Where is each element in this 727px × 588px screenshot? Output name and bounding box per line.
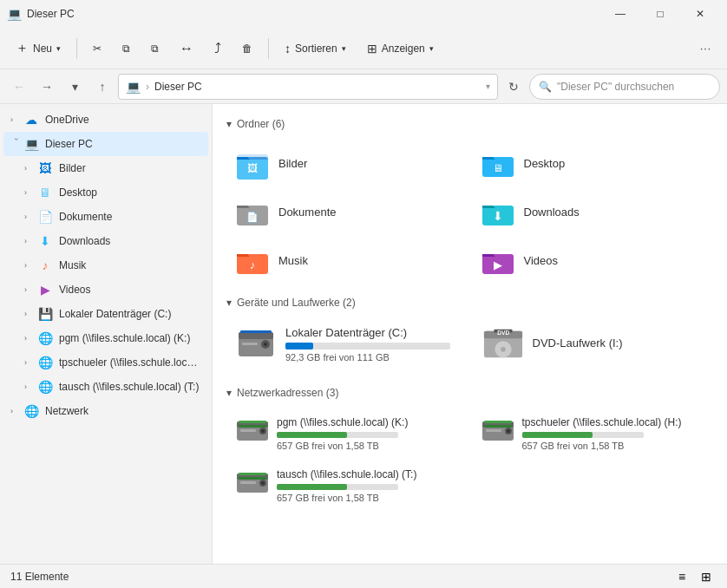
address-bar: ← → ▾ ↑ 💻 › Dieser PC ▾ ↻ 🔍 "Dieser PC" … (0, 69, 727, 104)
svg-text:🖼: 🖼 (247, 162, 258, 174)
dropdown-button[interactable]: ▾ (62, 75, 87, 99)
sidebar-item-onedrive[interactable]: › ☁ OneDrive (3, 108, 208, 132)
paste-button[interactable]: ⧉ (142, 33, 167, 64)
sidebar-item-netzwerk[interactable]: › 🌐 Netzwerk (3, 399, 208, 423)
folder-dokumente[interactable]: 📄 Dokumente (226, 189, 468, 234)
address-path-icon: 💻 (126, 80, 141, 94)
desktop-chevron: › (24, 188, 36, 197)
close-button[interactable]: ✕ (680, 0, 720, 28)
musik-folder-icon: ♪ (235, 243, 270, 278)
drive-dvd[interactable]: DVD DVD-Laufwerk (I:) (474, 319, 714, 369)
videos-chevron: › (24, 285, 36, 294)
network-pgm[interactable]: pgm (\\files.schule.local) (K:) 657 GB f… (226, 409, 468, 458)
ordner-folder-grid: 🖼 Bilder 🖥 Desktop (226, 140, 713, 283)
status-count: 11 Elemente (10, 571, 69, 583)
videos-folder-label: Videos (524, 254, 559, 267)
ordner-section-label: Ordner (6) (237, 118, 285, 130)
svg-rect-18 (242, 343, 258, 345)
back-button[interactable]: ← (7, 75, 31, 99)
toolbar: ＋ Neu ▾ ✂ ⧉ ⧉ ↔ ⤴ 🗑 ↕ Sortieren ▾ ⊞ Anze… (0, 28, 727, 69)
svg-rect-19 (240, 330, 272, 333)
geraete-section-header[interactable]: ▾ Geräte und Laufwerke (2) (226, 297, 713, 309)
address-path-label: Dieser PC (154, 81, 481, 93)
sidebar-item-dieser-pc[interactable]: › 💻 Dieser PC (3, 132, 208, 156)
ordner-section-header[interactable]: ▾ Ordner (6) (226, 118, 713, 130)
minimize-button[interactable]: — (600, 0, 640, 28)
sidebar: › ☁ OneDrive › 💻 Dieser PC › 🖼 Bilder › … (0, 104, 213, 564)
sidebar-item-bilder[interactable]: › 🖼 Bilder (3, 156, 208, 180)
list-view-button[interactable]: ≡ (671, 566, 692, 587)
copy-button[interactable]: ⧉ (114, 33, 139, 64)
c-drive-bar (285, 343, 313, 350)
videos-icon: ▶ (36, 283, 54, 297)
tausch-free: 657 GB frei von 1,58 TB (277, 493, 416, 503)
sidebar-item-musik[interactable]: › ♪ Musik (3, 253, 208, 278)
downloads-folder-icon: ⬇ (481, 194, 515, 229)
tpschueler-free: 657 GB frei von 1,58 TB (522, 441, 682, 451)
view-icon: ⊞ (367, 42, 377, 56)
videos-folder-icon: ▶ (481, 243, 515, 278)
sidebar-item-desktop[interactable]: › 🖥 Desktop (3, 180, 208, 205)
tpschueler-chevron: › (24, 358, 36, 367)
folder-musik[interactable]: ♪ Musik (226, 238, 468, 283)
delete-button[interactable]: 🗑 (233, 33, 261, 64)
toolbar-divider-1 (76, 38, 77, 59)
sidebar-item-tpschueler[interactable]: › 🌐 tpschueler (\\files.schule.local) (H… (3, 350, 208, 375)
address-separator: › (146, 81, 149, 93)
tpschueler-network-icon (481, 418, 515, 449)
bilder-folder-label: Bilder (278, 157, 307, 170)
sidebar-item-dokumente[interactable]: › 📄 Dokumente (3, 205, 208, 229)
svg-point-23 (501, 347, 506, 352)
sidebar-item-tausch[interactable]: › 🌐 tausch (\\files.schule.local) (T:) (3, 375, 208, 399)
tausch-chevron: › (24, 382, 36, 391)
network-tpschueler[interactable]: tpschueler (\\files.schule.local) (H:) 6… (472, 409, 714, 458)
musik-chevron: › (24, 261, 36, 270)
sidebar-item-pgm[interactable]: › 🌐 pgm (\\files.schule.local) (K:) (3, 326, 208, 350)
more-button[interactable]: ··· (691, 33, 720, 64)
pgm-bar-container (277, 432, 398, 438)
move-button[interactable]: ↔ (171, 33, 202, 64)
new-button[interactable]: ＋ Neu ▾ (7, 33, 69, 64)
tausch-drive-name: tausch (\\files.schule.local) (T:) (277, 468, 416, 480)
sidebar-item-c-drive[interactable]: › 💾 Lokaler Datenträger (C:) (3, 302, 208, 326)
tpschueler-label: tpschueler (\\files.schule.local) (H:) (59, 356, 201, 369)
title-bar: 💻 Dieser PC — □ ✕ (0, 0, 727, 28)
folder-bilder[interactable]: 🖼 Bilder (226, 140, 468, 186)
tausch-network-icon (235, 470, 270, 501)
pgm-chevron: › (24, 334, 36, 343)
dokumente-chevron: › (24, 212, 36, 221)
svg-text:📄: 📄 (246, 211, 259, 223)
sidebar-item-videos[interactable]: › ▶ Videos (3, 278, 208, 302)
search-box[interactable]: 🔍 "Dieser PC" durchsuchen (529, 74, 720, 100)
c-drive-label: Lokaler Datenträger (C:) (59, 308, 171, 320)
refresh-button[interactable]: ↻ (501, 75, 526, 99)
drive-c[interactable]: Lokaler Datenträger (C:) 92,3 GB frei vo… (226, 319, 467, 369)
ordner-chevron-icon: ▾ (226, 118, 232, 130)
tpschueler-bar (522, 432, 593, 438)
netzwerk-section-label: Netzwerkadressen (3) (237, 387, 338, 399)
dvd-drive-info: DVD-Laufwerk (I:) (533, 336, 705, 353)
address-box[interactable]: 💻 › Dieser PC ▾ (118, 74, 498, 100)
view-button[interactable]: ⊞ Anzeigen ▾ (358, 33, 442, 64)
grid-view-button[interactable]: ⊞ (696, 566, 717, 587)
netzwerk-chevron: › (10, 407, 23, 415)
share-button[interactable]: ⤴ (206, 33, 230, 64)
folder-downloads[interactable]: ⬇ Downloads (472, 189, 714, 234)
network-tausch[interactable]: tausch (\\files.schule.local) (T:) 657 G… (226, 461, 468, 510)
c-drive-hdd-icon (235, 327, 277, 362)
dokumente-label: Dokumente (59, 211, 112, 223)
onedrive-chevron: › (10, 115, 23, 124)
cut-button[interactable]: ✂ (84, 33, 110, 64)
forward-button[interactable]: → (35, 75, 59, 99)
new-icon: ＋ (16, 40, 29, 56)
network-drives-grid: pgm (\\files.schule.local) (K:) 657 GB f… (226, 409, 713, 510)
maximize-button[interactable]: □ (640, 0, 680, 28)
netzwerk-section-header[interactable]: ▾ Netzwerkadressen (3) (226, 387, 713, 399)
sidebar-item-downloads[interactable]: › ⬇ Downloads (3, 229, 208, 253)
sort-button[interactable]: ↕ Sortieren ▾ (276, 33, 355, 64)
folder-desktop[interactable]: 🖥 Desktop (472, 140, 714, 186)
svg-rect-42 (239, 473, 266, 475)
folder-videos[interactable]: ▶ Videos (472, 238, 714, 283)
tausch-label: tausch (\\files.schule.local) (T:) (59, 381, 199, 393)
up-button[interactable]: ↑ (90, 75, 115, 99)
